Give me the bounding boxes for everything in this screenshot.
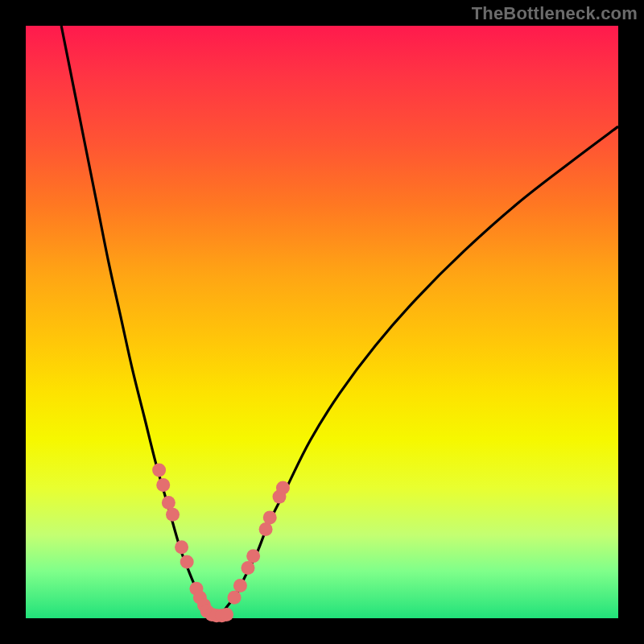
data-marker <box>228 591 242 605</box>
data-marker <box>259 522 273 536</box>
right-curve-line <box>221 126 618 614</box>
watermark-text: TheBottleneck.com <box>472 3 638 24</box>
data-marker <box>152 464 166 477</box>
plot-area <box>26 26 618 618</box>
data-marker <box>242 561 255 575</box>
left-curve-line <box>61 26 213 614</box>
data-marker <box>233 579 247 592</box>
chart-svg <box>26 26 618 618</box>
data-marker <box>180 555 194 569</box>
data-marker <box>220 608 233 621</box>
data-marker <box>246 549 260 563</box>
chart-frame: TheBottleneck.com <box>0 0 644 644</box>
data-marker <box>156 478 170 492</box>
data-marker <box>166 508 180 522</box>
data-marker <box>276 481 290 495</box>
data-marker <box>263 510 277 524</box>
data-marker <box>162 496 175 510</box>
data-markers <box>152 464 290 623</box>
data-marker <box>175 540 188 554</box>
